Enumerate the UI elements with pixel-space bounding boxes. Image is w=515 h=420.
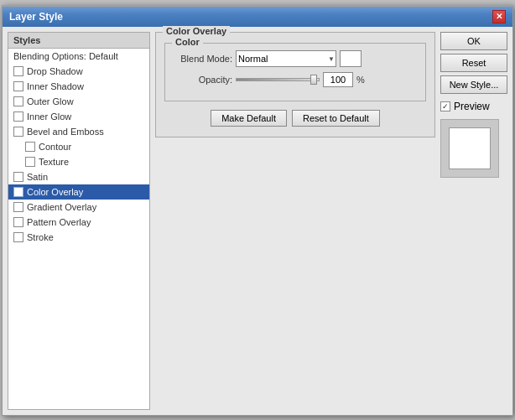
button-row: Make Default Reset to Default bbox=[164, 110, 426, 127]
inner-shadow-checkbox[interactable] bbox=[13, 81, 23, 91]
opacity-row: Opacity: % bbox=[174, 72, 417, 87]
ok-button[interactable]: OK bbox=[440, 32, 507, 50]
satin-label: Satin bbox=[27, 172, 48, 182]
middle-panel: Color Overlay Color Blend Mode: Normal D… bbox=[155, 32, 435, 410]
pattern-overlay-label: Pattern Overlay bbox=[27, 217, 91, 227]
gradient-overlay-checkbox[interactable] bbox=[13, 202, 23, 212]
contour-label: Contour bbox=[39, 142, 71, 152]
layer-style-dialog: Layer Style ✕ Styles Blending Options: D… bbox=[2, 5, 513, 416]
preview-label: Preview bbox=[454, 101, 490, 112]
opacity-input[interactable] bbox=[323, 72, 353, 87]
satin-checkbox[interactable] bbox=[13, 172, 23, 182]
sidebar-item-pattern-overlay[interactable]: Pattern Overlay bbox=[8, 215, 149, 230]
outer-glow-label: Outer Glow bbox=[27, 96, 74, 106]
texture-label: Texture bbox=[39, 157, 69, 167]
sidebar-item-bevel-emboss[interactable]: Bevel and Emboss bbox=[8, 124, 149, 139]
title-bar: Layer Style ✕ bbox=[3, 7, 512, 27]
sidebar-item-blending-options[interactable]: Blending Options: Default bbox=[8, 49, 149, 64]
styles-header: Styles bbox=[8, 33, 149, 49]
preview-inner bbox=[449, 127, 491, 169]
reset-button[interactable]: Reset bbox=[440, 54, 507, 72]
color-swatch[interactable] bbox=[340, 50, 362, 67]
reset-to-default-button[interactable]: Reset to Default bbox=[292, 110, 380, 127]
preview-row: Preview bbox=[440, 101, 507, 112]
blending-options-label: Blending Options: Default bbox=[13, 51, 118, 61]
color-legend: Color bbox=[172, 37, 203, 47]
sidebar-item-outer-glow[interactable]: Outer Glow bbox=[8, 94, 149, 109]
sidebar-item-contour[interactable]: Contour bbox=[8, 139, 149, 154]
texture-checkbox[interactable] bbox=[25, 157, 35, 167]
drop-shadow-checkbox[interactable] bbox=[13, 66, 23, 76]
bevel-emboss-label: Bevel and Emboss bbox=[27, 127, 104, 137]
sidebar-item-inner-glow[interactable]: Inner Glow bbox=[8, 109, 149, 124]
dialog-title: Layer Style bbox=[9, 11, 63, 23]
percent-label: % bbox=[356, 75, 365, 85]
stroke-checkbox[interactable] bbox=[13, 232, 23, 242]
drop-shadow-label: Drop Shadow bbox=[27, 66, 83, 76]
color-overlay-section: Color Overlay Color Blend Mode: Normal D… bbox=[155, 32, 435, 137]
inner-glow-checkbox[interactable] bbox=[13, 111, 23, 122]
blend-mode-label: Blend Mode: bbox=[174, 54, 232, 64]
close-button[interactable]: ✕ bbox=[492, 10, 506, 23]
outer-glow-checkbox[interactable] bbox=[13, 96, 23, 106]
color-overlay-checkbox[interactable] bbox=[13, 187, 23, 197]
sidebar-item-inner-shadow[interactable]: Inner Shadow bbox=[8, 79, 149, 94]
color-overlay-legend: Color Overlay bbox=[163, 26, 230, 36]
slider-track bbox=[236, 78, 320, 81]
sidebar-item-texture[interactable]: Texture bbox=[8, 154, 149, 169]
sidebar-item-stroke[interactable]: Stroke bbox=[8, 230, 149, 245]
sidebar-item-satin[interactable]: Satin bbox=[8, 169, 149, 184]
opacity-label: Opacity: bbox=[174, 75, 232, 85]
color-overlay-label: Color Overlay bbox=[27, 187, 83, 197]
left-panel: Styles Blending Options: Default Drop Sh… bbox=[8, 32, 150, 410]
opacity-slider[interactable] bbox=[236, 73, 320, 86]
dialog-body: Styles Blending Options: Default Drop Sh… bbox=[3, 27, 512, 415]
slider-thumb[interactable] bbox=[310, 75, 317, 85]
blend-mode-row: Blend Mode: Normal Dissolve Multiply Scr… bbox=[174, 50, 417, 67]
stroke-label: Stroke bbox=[27, 232, 54, 242]
new-style-button[interactable]: New Style... bbox=[440, 75, 507, 94]
blend-mode-select-wrapper: Normal Dissolve Multiply Screen Overlay … bbox=[236, 50, 336, 67]
right-panel: OK Reset New Style... Preview bbox=[440, 32, 507, 410]
blend-mode-select[interactable]: Normal Dissolve Multiply Screen Overlay bbox=[236, 50, 336, 67]
color-section: Color Blend Mode: Normal Dissolve Multip… bbox=[164, 43, 426, 101]
sidebar-item-color-overlay[interactable]: Color Overlay bbox=[8, 184, 149, 200]
inner-glow-label: Inner Glow bbox=[27, 111, 71, 122]
inner-shadow-label: Inner Shadow bbox=[27, 81, 84, 91]
make-default-button[interactable]: Make Default bbox=[211, 110, 287, 127]
pattern-overlay-checkbox[interactable] bbox=[13, 217, 23, 227]
preview-area bbox=[440, 119, 499, 178]
sidebar-item-drop-shadow[interactable]: Drop Shadow bbox=[8, 64, 149, 79]
sidebar-item-gradient-overlay[interactable]: Gradient Overlay bbox=[8, 200, 149, 215]
gradient-overlay-label: Gradient Overlay bbox=[27, 202, 96, 212]
preview-checkbox[interactable] bbox=[440, 101, 450, 111]
contour-checkbox[interactable] bbox=[25, 142, 35, 152]
bevel-emboss-checkbox[interactable] bbox=[13, 127, 23, 137]
